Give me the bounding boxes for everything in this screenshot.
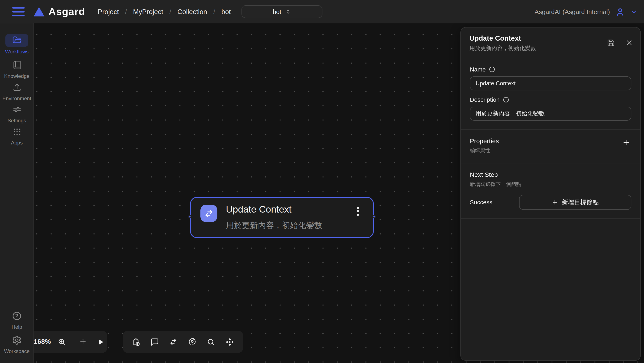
brand-name: Asgard — [48, 6, 85, 18]
comment-icon[interactable] — [150, 338, 159, 346]
next-step-title: Next Step — [470, 171, 631, 179]
breadcrumb-bot[interactable]: bot — [221, 8, 231, 16]
sidebar-item-apps[interactable]: Apps — [0, 125, 34, 146]
sidebar-item-label: Workflows — [5, 49, 29, 54]
breadcrumb-project[interactable]: Project — [98, 8, 119, 16]
save-icon[interactable] — [607, 39, 615, 47]
name-label: Name — [470, 66, 486, 72]
sidebar-item-label: Environment — [2, 95, 31, 101]
account-name: AsgardAI (Asgard Internal) — [534, 8, 610, 15]
sidebar-item-settings[interactable]: Settings — [0, 103, 34, 123]
book-icon — [5, 59, 28, 71]
pan-move-icon[interactable] — [225, 337, 234, 347]
breadcrumb-myproject[interactable]: MyProject — [133, 8, 163, 16]
panel-properties-section: Properties 編輯屬性 — [461, 130, 640, 163]
node-handle-left[interactable] — [188, 215, 191, 218]
add-node-icon[interactable] — [132, 337, 140, 346]
description-input[interactable] — [470, 107, 631, 121]
sidebar-item-help[interactable]: Help — [0, 309, 34, 330]
close-icon[interactable] — [626, 39, 633, 47]
description-label: Description — [470, 96, 500, 103]
zoom-level: 168% — [34, 338, 51, 346]
node-kebab-menu[interactable] — [355, 205, 360, 217]
app-root: Asgard Project / MyProject / Collection … — [0, 0, 644, 363]
node-update-context[interactable]: Update Context 用於更新內容，初始化變數 — [190, 197, 374, 238]
sidebar-item-label: Apps — [11, 140, 23, 146]
sidebar-item-workflows[interactable]: Workflows — [0, 34, 34, 54]
properties-subtitle: 編輯屬性 — [470, 147, 499, 154]
sidebar-item-label: Knowledge — [4, 73, 30, 79]
sidebar: Workflows Knowledge Environment Settings — [0, 23, 34, 363]
swap-arrows-icon[interactable] — [169, 337, 178, 346]
canvas-tools-toolbar — [123, 331, 243, 353]
apps-grid-icon — [5, 125, 28, 138]
breadcrumb: Project / MyProject / Collection / bot — [98, 0, 231, 23]
add-button[interactable] — [79, 338, 87, 346]
run-play-button[interactable] — [97, 338, 105, 346]
description-label-row: Description — [470, 96, 631, 103]
sidebar-item-label: Settings — [8, 118, 26, 123]
chevron-down-icon — [630, 8, 638, 15]
brand-logo[interactable]: Asgard — [34, 0, 85, 23]
plus-icon — [552, 199, 558, 206]
node-subtitle: 用於更新內容，初始化變數 — [226, 220, 322, 231]
sidebar-item-knowledge[interactable]: Knowledge — [0, 59, 34, 79]
workflow-select[interactable]: bot — [242, 5, 322, 18]
success-label: Success — [470, 199, 492, 206]
node-handle-right[interactable] — [372, 215, 376, 218]
sidebar-item-workspace[interactable]: Workspace — [0, 334, 34, 354]
sidebar-item-label: Help — [12, 324, 22, 330]
next-step-subtitle: 新增或選擇下一個節點 — [470, 181, 631, 188]
name-label-row: Name — [470, 66, 631, 72]
zoom-in-icon[interactable] — [58, 338, 66, 346]
breadcrumb-separator: / — [214, 8, 215, 16]
panel-basic-section: Name Description — [461, 58, 640, 130]
info-icon[interactable] — [488, 66, 495, 72]
node-title: Update Context — [226, 204, 292, 215]
name-input[interactable] — [470, 76, 631, 90]
breadcrumb-collection[interactable]: Collection — [178, 8, 207, 16]
sliders-icon — [5, 103, 28, 116]
workflow-select-value: bot — [273, 8, 281, 15]
swap-arrows-icon — [200, 205, 217, 222]
folder-open-icon — [5, 34, 28, 47]
panel-header: Update Context 用於更新內容，初始化變數 — [461, 27, 640, 58]
sidebar-item-environment[interactable]: Environment — [0, 81, 34, 101]
breadcrumb-separator: / — [125, 8, 127, 16]
breadcrumb-separator: / — [169, 8, 171, 16]
upload-icon — [5, 81, 28, 94]
add-target-node-label: 新增目標節點 — [562, 198, 599, 206]
gear-icon — [5, 334, 28, 347]
properties-title: Properties — [470, 137, 499, 145]
sidebar-item-label: Workspace — [4, 348, 30, 354]
asgard-triangle-icon — [34, 7, 44, 16]
node-properties-panel: Update Context 用於更新內容，初始化變數 Name Descrip… — [460, 27, 641, 361]
hamburger-menu-icon[interactable] — [12, 7, 25, 16]
panel-next-step-section: Next Step 新增或選擇下一個節點 Success 新增目標節點 — [461, 163, 640, 219]
auto-suggest-icon[interactable] — [188, 337, 196, 346]
user-icon — [615, 7, 625, 16]
help-circle-icon — [5, 309, 28, 322]
account-menu[interactable]: AsgardAI (Asgard Internal) — [534, 0, 638, 23]
select-updown-icon — [285, 8, 291, 15]
info-icon[interactable] — [502, 96, 509, 103]
top-bar: Asgard Project / MyProject / Collection … — [0, 0, 644, 23]
search-icon[interactable] — [206, 338, 215, 346]
add-property-button[interactable] — [621, 137, 631, 148]
add-target-node-button[interactable]: 新增目標節點 — [519, 195, 631, 210]
